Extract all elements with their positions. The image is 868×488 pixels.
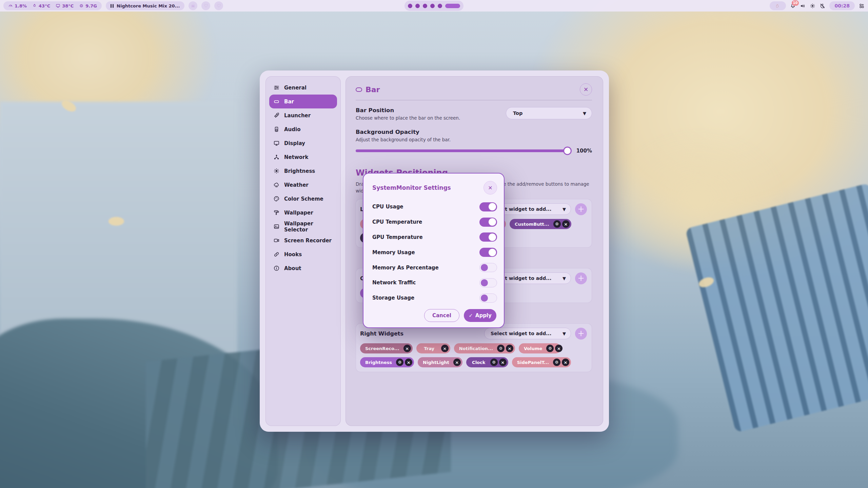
remove-icon[interactable]: × (453, 359, 461, 366)
bar-position-value: Top (513, 110, 522, 116)
bar-icon (356, 87, 362, 92)
workspaces-indicator[interactable] (405, 1, 463, 11)
widget-chip[interactable]: Notification...⚙× (454, 343, 515, 353)
add-widget-button[interactable]: + (575, 203, 587, 215)
gesture-button[interactable] (770, 1, 786, 10)
system-stat: 9.7G (79, 3, 97, 8)
remove-icon[interactable]: × (441, 345, 449, 352)
sidebar-item-audio[interactable]: Audio (269, 122, 337, 136)
add-widget-dropdown[interactable]: Select widget to add...▼ (484, 328, 571, 339)
nightlight-off-icon[interactable] (820, 3, 825, 9)
gear-icon[interactable]: ⚙ (553, 220, 561, 228)
widget-chip[interactable]: Clock⚙× (466, 357, 508, 367)
sidebar-item-label: General (284, 85, 307, 91)
workspace-dot[interactable] (408, 4, 412, 8)
chip-row: ScreenReco...×Tray×Notification...⚙×Volu… (360, 343, 587, 353)
toggle-memory-as-percentage[interactable] (479, 263, 497, 272)
bar-position-label: Bar Position (356, 107, 460, 114)
workspace-dot[interactable] (430, 4, 435, 8)
toggle-knob (481, 279, 488, 286)
remove-icon[interactable]: × (403, 345, 411, 352)
workspace-dot[interactable] (423, 4, 427, 8)
chip-row: Brightness⚙×NightLight×Clock⚙×SidePanelT… (360, 357, 587, 367)
toggle-knob (489, 233, 496, 241)
toggle-row: CPU Usage (372, 199, 497, 215)
stat-value: 1.8% (15, 3, 27, 8)
widget-chip[interactable]: Tray× (416, 343, 450, 353)
toggle-gpu-temperature[interactable] (479, 232, 497, 242)
cancel-button[interactable]: Cancel (424, 309, 459, 322)
add-widget-button[interactable]: + (575, 272, 587, 284)
media-pill[interactable]: Nightcore Music Mix 20... (106, 1, 184, 10)
sun-icon[interactable] (810, 3, 815, 9)
sidebar-item-about[interactable]: About (269, 261, 337, 275)
widget-chip[interactable]: Volume⚙× (519, 343, 561, 353)
heart-icon-button[interactable]: ♡ (214, 1, 223, 10)
widget-chip-label: ScreenReco... (365, 346, 401, 351)
sidebar-item-color-scheme[interactable]: Color Scheme (269, 192, 337, 206)
heart-icon: ♡ (217, 3, 221, 8)
widget-chip-label: SidePanelT... (517, 360, 551, 365)
widget-chip[interactable]: ScreenReco...× (360, 343, 413, 353)
toggle-memory-usage[interactable] (479, 248, 497, 257)
sidebar-item-network[interactable]: Network (269, 150, 337, 164)
toggle-row: Network Traffic (372, 275, 497, 290)
opacity-slider[interactable] (356, 149, 571, 152)
speaker-icon[interactable] (800, 3, 806, 9)
workspace-dot[interactable] (438, 4, 442, 8)
apply-button[interactable]: ✓ Apply (464, 309, 496, 322)
gear-icon[interactable]: ⚙ (396, 359, 403, 366)
toggle-cpu-temperature[interactable] (479, 218, 497, 227)
grid-plus-icon[interactable] (859, 3, 865, 9)
widget-chip-label: Tray (424, 346, 436, 351)
gear-icon[interactable]: ⚙ (553, 359, 560, 366)
bar-position-dropdown[interactable]: Top ▼ (506, 107, 592, 119)
remove-icon[interactable]: × (499, 359, 507, 366)
sidebar-item-bar[interactable]: Bar (269, 95, 337, 108)
remove-icon[interactable]: × (506, 345, 513, 352)
sidebar-item-display[interactable]: Display (269, 136, 337, 150)
bar-position-desc: Choose where to place the bar on the scr… (356, 115, 460, 121)
modal-toggle-list: CPU UsageCPU TemperatureGPU TemperatureM… (372, 199, 497, 306)
sidebar-item-hooks[interactable]: Hooks (269, 247, 337, 261)
sun-icon (273, 168, 280, 174)
sidebar-item-wallpaper[interactable]: Wallpaper (269, 206, 337, 220)
remove-icon[interactable]: × (555, 345, 563, 352)
toggle-storage-usage[interactable] (479, 293, 497, 303)
gear-icon[interactable]: ⚙ (546, 345, 554, 352)
sidebar-item-wallpaper-selector[interactable]: Wallpaper Selector (269, 220, 337, 233)
widget-chip[interactable]: NightLight× (418, 357, 462, 367)
toggle-label: Memory Usage (372, 249, 415, 256)
remove-icon[interactable]: × (562, 359, 569, 366)
toggle-label: Network Traffic (372, 280, 416, 286)
remove-icon[interactable]: × (405, 359, 412, 366)
sidebar-item-weather[interactable]: Weather (269, 178, 337, 192)
sidebar-item-brightness[interactable]: Brightness (269, 164, 337, 178)
workspace-active[interactable] (445, 4, 460, 8)
toggle-cpu-usage[interactable] (479, 202, 497, 211)
remove-icon[interactable]: × (562, 220, 570, 228)
close-icon[interactable]: ✕ (484, 181, 497, 195)
widget-chip[interactable]: SidePanelT...⚙× (512, 357, 571, 367)
skull-icon-button[interactable]: ☠ (189, 1, 197, 10)
pause-icon (111, 4, 114, 8)
toggle-label: Storage Usage (372, 295, 414, 301)
gear-icon[interactable]: ⚙ (497, 345, 505, 352)
toggle-knob (489, 218, 496, 226)
add-widget-button[interactable]: + (575, 328, 587, 340)
sidebar-item-screen-recorder[interactable]: Screen Recorder (269, 233, 337, 247)
link-icon (273, 251, 280, 258)
slider-thumb[interactable] (563, 147, 572, 155)
widget-chip[interactable]: CustomButt...⚙× (510, 219, 571, 229)
close-icon[interactable]: ✕ (580, 83, 592, 96)
chevron-down-icon: ▼ (563, 331, 566, 336)
sidebar-item-launcher[interactable]: Launcher (269, 108, 337, 122)
sidebar-item-general[interactable]: General (269, 81, 337, 95)
clock[interactable]: 00:28 (829, 1, 855, 10)
toggle-network-traffic[interactable] (479, 278, 497, 287)
heart-icon-button[interactable]: ♡ (201, 1, 210, 10)
notifications-button[interactable]: 10 (790, 3, 796, 9)
widget-chip[interactable]: Brightness⚙× (360, 357, 414, 367)
gear-icon[interactable]: ⚙ (490, 359, 498, 366)
workspace-dot[interactable] (415, 4, 420, 8)
